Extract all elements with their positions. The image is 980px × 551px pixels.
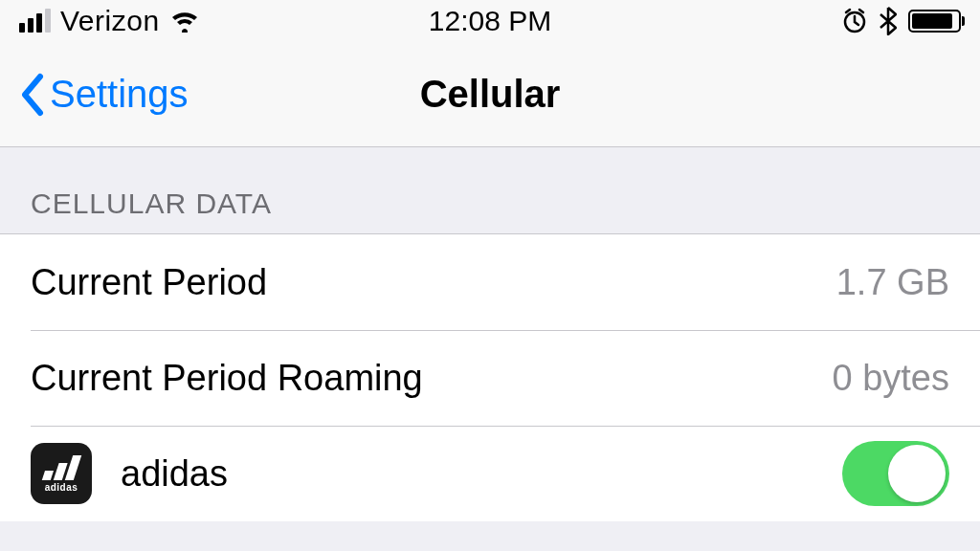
section-header-cellular-data: CELLULAR DATA [0, 147, 980, 233]
wifi-icon [169, 10, 200, 33]
battery-icon [908, 10, 961, 33]
nav-bar: Settings Cellular [0, 42, 980, 147]
row-current-period[interactable]: Current Period 1.7 GB [0, 234, 980, 330]
app-icon-adidas: adidas [31, 443, 92, 504]
status-left: Verizon [19, 5, 200, 37]
chevron-left-icon [19, 73, 46, 117]
row-current-period-roaming[interactable]: Current Period Roaming 0 bytes [0, 330, 980, 426]
toggle-knob [888, 445, 946, 502]
carrier-label: Verizon [60, 5, 160, 37]
adidas-logo-icon [41, 455, 80, 480]
row-group: Current Period 1.7 GB Current Period Roa… [0, 233, 980, 521]
back-button[interactable]: Settings [19, 73, 189, 117]
adidas-icon-text: adidas [45, 482, 78, 493]
alarm-icon [841, 8, 868, 34]
toggle-adidas-cellular[interactable] [842, 441, 949, 506]
page-title: Cellular [420, 73, 561, 116]
status-time: 12:08 PM [429, 5, 551, 37]
status-right [841, 7, 961, 35]
row-label: Current Period [31, 262, 836, 303]
row-value: 1.7 GB [836, 262, 949, 303]
row-app-adidas[interactable]: adidas adidas [0, 426, 980, 521]
row-label: Current Period Roaming [31, 358, 832, 399]
signal-bars-icon [19, 10, 51, 33]
row-label: adidas [121, 453, 842, 495]
row-value: 0 bytes [832, 358, 949, 399]
status-bar: Verizon 12:08 PM [0, 0, 980, 42]
back-label: Settings [50, 73, 189, 116]
bluetooth-icon [880, 7, 897, 35]
